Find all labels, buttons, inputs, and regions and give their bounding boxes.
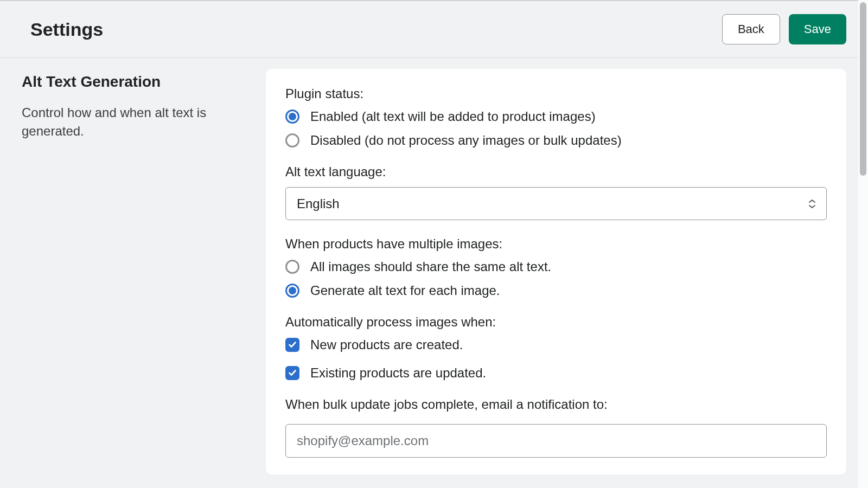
radio-share-label: All images should share the same alt tex… xyxy=(310,259,551,274)
radio-disabled-label: Disabled (do not process any images or b… xyxy=(310,133,622,148)
multiple-images-group: When products have multiple images: All … xyxy=(285,236,827,298)
radio-share-alt[interactable]: All images should share the same alt tex… xyxy=(285,259,827,274)
content-area: Alt Text Generation Control how and when… xyxy=(0,58,868,486)
page-header: Settings Back Save xyxy=(0,1,868,58)
radio-icon xyxy=(285,260,299,274)
settings-card: Plugin status: Enabled (alt text will be… xyxy=(266,69,846,475)
checkbox-existing-label: Existing products are updated. xyxy=(310,365,486,381)
language-group: Alt text language: English xyxy=(285,164,827,220)
multiple-images-radios: All images should share the same alt tex… xyxy=(285,259,827,298)
plugin-status-label: Plugin status: xyxy=(285,86,827,101)
radio-each-alt[interactable]: Generate alt text for each image. xyxy=(285,283,827,298)
checkbox-new-label: New products are created. xyxy=(310,337,463,352)
notification-email-input[interactable] xyxy=(285,424,827,458)
header-actions: Back Save xyxy=(722,14,846,44)
radio-each-label: Generate alt text for each image. xyxy=(310,283,500,298)
checkbox-new-products[interactable]: New products are created. xyxy=(285,337,827,352)
section-description: Control how and when alt text is generat… xyxy=(22,104,244,140)
radio-icon xyxy=(285,284,299,298)
plugin-status-radios: Enabled (alt text will be added to produ… xyxy=(285,109,827,148)
auto-process-checkboxes: New products are created. Existing produ… xyxy=(285,337,827,381)
radio-icon xyxy=(285,110,299,124)
radio-enabled[interactable]: Enabled (alt text will be added to produ… xyxy=(285,109,827,124)
radio-icon xyxy=(285,133,299,147)
radio-disabled[interactable]: Disabled (do not process any images or b… xyxy=(285,133,827,148)
section-title: Alt Text Generation xyxy=(22,73,244,91)
section-sidebar: Alt Text Generation Control how and when… xyxy=(22,69,244,475)
notification-label: When bulk update jobs complete, email a … xyxy=(285,397,827,412)
scrollbar-thumb[interactable] xyxy=(860,2,866,176)
language-select[interactable]: English xyxy=(285,187,827,220)
auto-process-label: Automatically process images when: xyxy=(285,314,827,330)
radio-enabled-label: Enabled (alt text will be added to produ… xyxy=(310,109,596,124)
language-label: Alt text language: xyxy=(285,164,827,179)
notification-group: When bulk update jobs complete, email a … xyxy=(285,397,827,458)
save-button[interactable]: Save xyxy=(789,14,846,44)
checkbox-icon xyxy=(285,366,299,380)
checkbox-icon xyxy=(285,338,299,352)
plugin-status-group: Plugin status: Enabled (alt text will be… xyxy=(285,86,827,148)
language-select-wrapper: English xyxy=(285,187,827,220)
auto-process-group: Automatically process images when: New p… xyxy=(285,314,827,381)
checkbox-existing-products[interactable]: Existing products are updated. xyxy=(285,365,827,381)
back-button[interactable]: Back xyxy=(722,14,780,44)
multiple-images-label: When products have multiple images: xyxy=(285,236,827,252)
scrollbar-track[interactable] xyxy=(858,0,868,486)
page-title: Settings xyxy=(30,19,103,40)
